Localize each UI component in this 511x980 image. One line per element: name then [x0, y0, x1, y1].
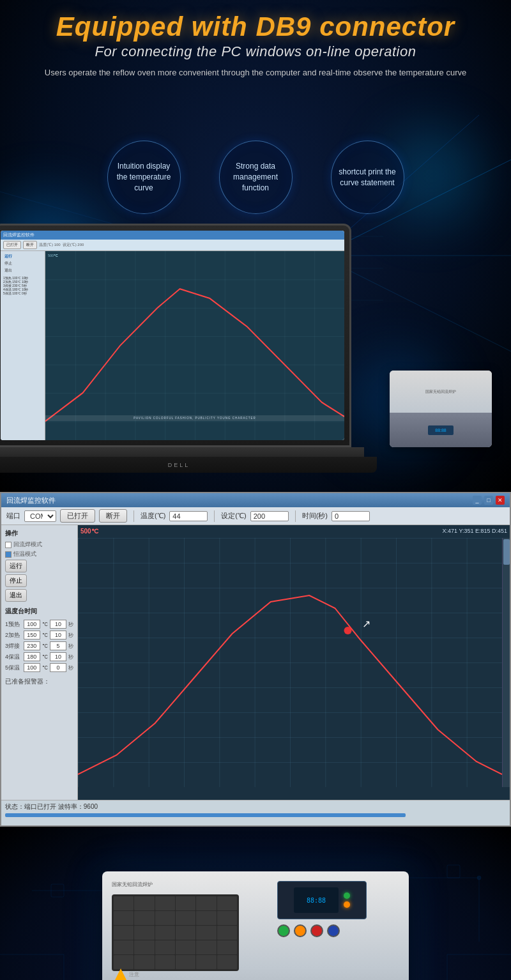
sw2-open-btn[interactable]: 已打开 — [60, 509, 95, 523]
oven-btn-red[interactable] — [310, 924, 323, 937]
sw2-time-input[interactable] — [332, 511, 370, 521]
sw2-titlebar: 回流焊监控软件 _ □ ✕ — [1, 493, 510, 507]
sw2-exit-btn[interactable]: 退出 — [5, 589, 27, 602]
oven-small-display: 88:88 — [428, 425, 454, 435]
oven-display-screen: 88:88 — [294, 887, 339, 913]
sw2-temp-label: 温度(℃) — [141, 511, 165, 521]
sw2-set-label: 设定(℃) — [221, 511, 246, 521]
sw-titlebar: 回流焊监控软件 — [1, 231, 344, 240]
sw2-body: 操作 回流焊模式 恒温模式 运行 停止 退出 温度台时间 1预热 100 ℃ 1… — [1, 525, 510, 800]
software-section: 回流焊监控软件 _ □ ✕ 端口 COM1 已打开 断开 温度(℃) 设定(℃)… — [0, 492, 511, 827]
hero-description: Users operate the reflow oven more conve… — [0, 66, 511, 79]
feature-bubbles: Intuition display the temperature curve … — [0, 141, 511, 214]
sw2-temp-row-3: 3焊接 230 ℃ 5 秒 — [5, 641, 73, 650]
oven-product: 国家无铅回流焊炉 — [89, 846, 422, 980]
feature-bubble-intuition: Intuition display the temperature curve — [107, 141, 181, 214]
oven-brand: 国家无铅回流焊炉 — [112, 881, 261, 888]
oven-body: 国家无铅回流焊炉 — [102, 871, 409, 980]
laptop-screen: 回流焊监控软件 已打开 断开 温度(℃) 100 设定(℃) 200 运行 停止… — [1, 231, 344, 440]
sw-close-btn: 断开 — [23, 241, 37, 249]
laptop-body: 回流焊监控软件 已打开 断开 温度(℃) 100 设定(℃) 200 运行 停止… — [0, 224, 351, 447]
sw2-stop-btn[interactable]: 停止 — [5, 574, 27, 587]
sw-banner: PAVILION COLORFUL FASHION, PUBLICITY YOU… — [45, 415, 344, 421]
svg-point-13 — [344, 627, 352, 634]
svg-rect-12 — [78, 538, 502, 787]
oven-small: 国家无铅回流焊炉 88:88 — [390, 371, 492, 447]
sw-chart: 500℃ — [45, 251, 344, 440]
sw-open-btn: 已打开 — [3, 241, 21, 249]
feature-bubble-strong-data: Strong data management function — [219, 141, 293, 214]
sw2-close-btn[interactable]: ✕ — [496, 496, 505, 505]
svg-point-20 — [477, 876, 481, 880]
oven-top: 国家无铅回流焊炉 — [102, 871, 409, 980]
sw2-sep3 — [295, 510, 296, 522]
sw2-minimize-btn[interactable]: _ — [473, 496, 482, 505]
hero-text-block: Equipped with DB9 connector For connecti… — [0, 11, 511, 79]
oven-btn-green[interactable] — [277, 924, 290, 937]
hero-title: Equipped with DB9 connector — [0, 11, 511, 42]
oven-btn-blue[interactable] — [327, 924, 340, 937]
sw2-temp-table: 1预热 100 ℃ 10 秒 2加热 150 ℃ 10 秒 3焊接 230 ℃ — [5, 620, 73, 672]
oven-btn-orange[interactable] — [294, 924, 307, 937]
oven-small-body: 国家无铅回流焊炉 88:88 — [390, 371, 492, 447]
sw2-maximize-btn[interactable]: □ — [484, 496, 493, 505]
oven-small-label: 国家无铅回流焊炉 — [425, 389, 456, 395]
sw2-cb2-label: 恒温模式 — [13, 550, 36, 558]
sw2-status-text: 状态：端口已打开 波特率：9600 — [5, 802, 506, 811]
oven-display-text: 88:88 — [307, 897, 326, 904]
sw2-chart-title: 500℃ — [80, 528, 98, 535]
sw2-temp-input[interactable] — [169, 511, 208, 521]
sw2-progress-bar — [5, 813, 406, 817]
sw2-temp-row-5: 5保温 100 ℃ 0 秒 — [5, 663, 73, 672]
cursor-arrow: ↗ — [362, 618, 375, 631]
sw2-temp-row-4: 4保温 180 ℃ 10 秒 — [5, 652, 73, 661]
sw2-cb-row2: 恒温模式 — [5, 550, 73, 558]
oven-led-green — [344, 892, 350, 899]
sw2-scrollbar-thumb[interactable] — [503, 539, 510, 565]
sw2-temp-title: 温度台时间 — [5, 607, 73, 616]
sw2-left-panel: 操作 回流焊模式 恒温模式 运行 停止 退出 温度台时间 1预热 100 ℃ 1… — [1, 525, 78, 800]
sw2-sep2 — [214, 510, 215, 522]
sw2-status-bar: 状态：端口已打开 波特率：9600 — [1, 800, 510, 825]
oven-led-orange — [344, 901, 350, 908]
oven-warning-icon — [115, 969, 126, 980]
oven-left-panel: 国家无铅回流焊炉 — [102, 871, 271, 980]
sw2-cb2[interactable] — [5, 551, 11, 558]
sw-sidebar: 运行 停止 退出 1预热 100℃ 10秒 2加热 150℃ 10秒 3焊接 2… — [1, 251, 45, 440]
oven-right-panel: 88:88 — [271, 871, 409, 980]
sw2-status-text1: 已准备报警器： — [5, 677, 73, 686]
sw-content: 运行 停止 退出 1预热 100℃ 10秒 2加热 150℃ 10秒 3焊接 2… — [1, 251, 344, 440]
sw2-cb1-label: 回流焊模式 — [13, 540, 42, 549]
oven-warning: 注意 — [115, 969, 139, 980]
sw2-chart-coords: X:471 Y:351 E:815 D:451 — [443, 528, 507, 535]
hero-section: Equipped with DB9 connector For connecti… — [0, 0, 511, 492]
sw2-port-select[interactable]: COM1 — [24, 510, 56, 522]
sw2-chart-canvas: ↗ — [78, 538, 502, 787]
oven-display-unit: 88:88 — [277, 881, 367, 919]
oven-warning-label: 注意 — [129, 971, 139, 978]
sw2-cb1[interactable] — [5, 542, 11, 548]
sw2-toolbar: 端口 COM1 已打开 断开 温度(℃) 设定(℃) 时间(秒) — [1, 507, 510, 525]
software-ui-preview: 回流焊监控软件 已打开 断开 温度(℃) 100 设定(℃) 200 运行 停止… — [1, 231, 344, 440]
sw2-winbtns: _ □ ✕ — [473, 496, 505, 505]
sw2-chart-area: 500℃ X:471 Y:351 E:815 D:451 — [78, 525, 510, 800]
sw2-temp-row-2: 2加热 150 ℃ 10 秒 — [5, 631, 73, 639]
sw2-scrollbar[interactable] — [502, 538, 510, 787]
sw2-op-title: 操作 — [5, 529, 73, 538]
sw2-temp-row-1: 1预热 100 ℃ 10 秒 — [5, 620, 73, 629]
oven-small-bottom: 88:88 — [390, 413, 492, 447]
sw2-cb-row1: 回流焊模式 — [5, 540, 73, 549]
sw2-run-btn[interactable]: 运行 — [5, 560, 27, 572]
laptop-image: 回流焊监控软件 已打开 断开 温度(℃) 100 设定(℃) 200 运行 停止… — [0, 211, 377, 486]
sw2-set-input[interactable] — [250, 511, 289, 521]
oven-section: 国家无铅回流焊炉 — [0, 827, 511, 980]
oven-grid-panel — [112, 894, 239, 971]
sw2-port-label: 端口 — [6, 511, 20, 521]
hero-subtitle: For connecting the PC windows on-line op… — [0, 43, 511, 60]
sw-toolbar: 已打开 断开 温度(℃) 100 设定(℃) 200 — [1, 240, 344, 251]
sw2-time-label: 时间(秒) — [302, 511, 328, 521]
oven-buttons-row — [277, 924, 402, 937]
sw2-close-btn2[interactable]: 断开 — [99, 509, 127, 523]
feature-bubble-shortcut: shortcut print the curve statement — [331, 141, 404, 214]
svg-rect-10 — [45, 251, 344, 440]
